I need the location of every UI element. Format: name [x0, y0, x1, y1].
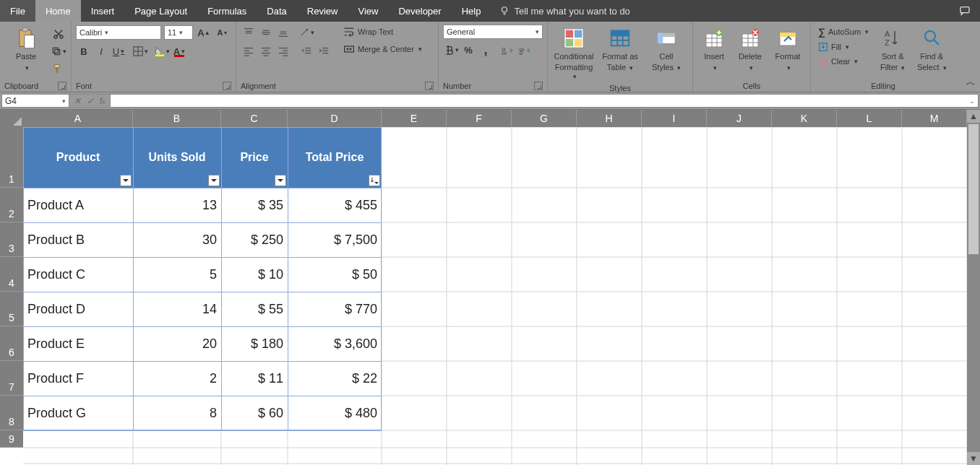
- number-dialog-launcher[interactable]: [534, 82, 543, 90]
- clipboard-dialog-launcher[interactable]: [58, 82, 66, 90]
- decrease-decimal-button[interactable]: .00.0: [517, 42, 533, 58]
- cell[interactable]: $ 455: [288, 188, 382, 222]
- cell[interactable]: Product G: [23, 396, 133, 430]
- row-header-2[interactable]: 2: [0, 188, 23, 222]
- cell[interactable]: $ 180: [221, 326, 288, 361]
- cell[interactable]: 8: [133, 396, 221, 430]
- menu-home[interactable]: Home: [35, 0, 81, 22]
- cell[interactable]: 5: [133, 257, 221, 292]
- scroll-thumb[interactable]: [968, 124, 979, 254]
- menu-help[interactable]: Help: [452, 0, 491, 22]
- cell[interactable]: 13: [133, 188, 221, 222]
- row-header-9[interactable]: 9: [0, 430, 23, 448]
- select-all-button[interactable]: [0, 110, 23, 127]
- percent-format-button[interactable]: %: [460, 42, 476, 58]
- table-header-product[interactable]: Product: [23, 127, 133, 188]
- format-as-table-button[interactable]: Format as Table: [598, 25, 642, 73]
- accounting-format-button[interactable]: [443, 42, 459, 58]
- italic-button[interactable]: I: [93, 43, 109, 59]
- increase-indent-button[interactable]: [316, 43, 332, 59]
- format-painter-button[interactable]: [51, 61, 66, 77]
- row-header-1[interactable]: 1: [0, 127, 23, 188]
- align-bottom-button[interactable]: [275, 25, 291, 40]
- cell[interactable]: $ 480: [288, 396, 382, 430]
- font-dialog-launcher[interactable]: [223, 82, 231, 90]
- font-name-combobox[interactable]: Calibri▾: [76, 25, 161, 40]
- cell[interactable]: Product D: [23, 292, 133, 326]
- tell-me-search[interactable]: Tell me what you want to do: [491, 0, 638, 22]
- font-size-combobox[interactable]: 11▾: [164, 25, 193, 40]
- filter-button-product[interactable]: [120, 175, 132, 186]
- copy-button[interactable]: [51, 43, 66, 59]
- vertical-scrollbar[interactable]: ▲ ▼: [967, 110, 980, 465]
- underline-button[interactable]: U: [111, 43, 126, 59]
- column-headers[interactable]: ABCDEFGHIJKLM: [23, 110, 967, 127]
- cell[interactable]: $ 35: [221, 188, 288, 222]
- bold-button[interactable]: B: [76, 43, 92, 59]
- clear-button[interactable]: Clear: [815, 55, 872, 68]
- insert-cells-button[interactable]: Insert: [697, 25, 731, 73]
- column-header-C[interactable]: C: [221, 110, 288, 127]
- cell[interactable]: Product B: [23, 222, 133, 257]
- column-header-D[interactable]: D: [288, 110, 382, 127]
- comments-icon[interactable]: [958, 5, 971, 17]
- column-header-L[interactable]: L: [837, 110, 902, 127]
- column-header-A[interactable]: A: [23, 110, 133, 127]
- merge-center-button[interactable]: Merge & Center: [340, 42, 425, 56]
- cell[interactable]: 30: [133, 222, 221, 257]
- cell-styles-button[interactable]: Cell Styles: [645, 25, 688, 73]
- increase-decimal-button[interactable]: .0.00: [499, 42, 515, 58]
- formula-input[interactable]: ⌄: [110, 94, 979, 108]
- orientation-button[interactable]: [298, 25, 314, 40]
- comma-format-button[interactable]: ,: [478, 42, 494, 58]
- align-center-button[interactable]: [258, 43, 274, 59]
- row-header-4[interactable]: 4: [0, 257, 23, 292]
- menu-file[interactable]: File: [0, 0, 35, 22]
- expand-formula-bar-icon[interactable]: ⌄: [969, 97, 975, 105]
- sort-filter-button[interactable]: AZ Sort & Filter: [874, 25, 911, 73]
- paste-button[interactable]: Paste: [4, 25, 48, 73]
- row-header-8[interactable]: 8: [0, 396, 23, 430]
- menu-review[interactable]: Review: [297, 0, 348, 22]
- cell[interactable]: $ 770: [288, 292, 382, 326]
- cell[interactable]: 20: [133, 326, 221, 361]
- fill-button[interactable]: Fill: [815, 40, 872, 53]
- cell[interactable]: $ 60: [221, 396, 288, 430]
- menu-page-layout[interactable]: Page Layout: [124, 0, 197, 22]
- cell[interactable]: $ 10: [221, 257, 288, 292]
- cell[interactable]: Product C: [23, 257, 133, 292]
- cell[interactable]: $ 11: [221, 361, 288, 396]
- alignment-dialog-launcher[interactable]: [425, 82, 434, 90]
- fx-icon[interactable]: fx: [100, 96, 106, 106]
- autosum-button[interactable]: ∑ AutoSum: [815, 25, 872, 39]
- column-header-J[interactable]: J: [707, 110, 772, 127]
- cell[interactable]: 14: [133, 292, 221, 326]
- cut-button[interactable]: [51, 26, 66, 42]
- column-header-E[interactable]: E: [382, 110, 447, 127]
- decrease-indent-button[interactable]: [298, 43, 314, 59]
- cell[interactable]: Product A: [23, 188, 133, 222]
- column-header-G[interactable]: G: [512, 110, 577, 127]
- name-box[interactable]: G4 ▾: [1, 94, 69, 108]
- menu-data[interactable]: Data: [257, 0, 296, 22]
- menu-insert[interactable]: Insert: [81, 0, 125, 22]
- collapse-ribbon-icon[interactable]: ︿: [966, 76, 976, 89]
- align-top-button[interactable]: [241, 25, 257, 40]
- wrap-text-button[interactable]: Wrap Text: [340, 25, 425, 39]
- scroll-down-icon[interactable]: ▼: [967, 452, 980, 465]
- cell[interactable]: Product E: [23, 326, 133, 361]
- cell[interactable]: Product F: [23, 361, 133, 396]
- row-header-3[interactable]: 3: [0, 222, 23, 257]
- row-header-6[interactable]: 6: [0, 326, 23, 361]
- cell[interactable]: $ 250: [221, 222, 288, 257]
- borders-button[interactable]: [132, 43, 148, 59]
- number-format-combobox[interactable]: General▾: [443, 25, 543, 39]
- column-header-M[interactable]: M: [902, 110, 967, 127]
- scroll-up-icon[interactable]: ▲: [967, 110, 980, 123]
- align-middle-button[interactable]: [258, 25, 274, 40]
- increase-font-size-button[interactable]: A▲: [196, 25, 212, 40]
- fill-color-button[interactable]: [154, 43, 170, 59]
- column-header-B[interactable]: B: [133, 110, 221, 127]
- conditional-formatting-button[interactable]: Conditional Formatting: [552, 25, 596, 82]
- filter-button-units-sold[interactable]: [208, 175, 220, 186]
